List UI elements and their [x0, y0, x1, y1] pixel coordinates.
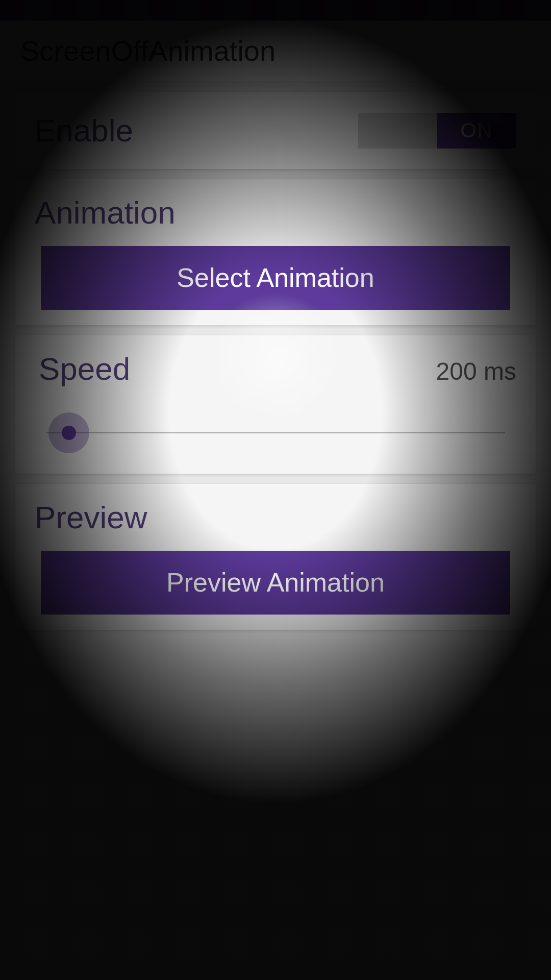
- select-animation-button[interactable]: Select Animation: [41, 246, 510, 310]
- enable-label: Enable: [35, 112, 133, 149]
- app-title: ScreenOffAnimation: [20, 34, 276, 67]
- speed-slider[interactable]: [46, 412, 505, 453]
- slider-thumb[interactable]: [48, 412, 89, 453]
- enable-row: Enable ON: [31, 107, 520, 154]
- speed-value: 200 ms: [436, 357, 516, 385]
- animation-title: Animation: [31, 194, 520, 231]
- enable-toggle[interactable]: ON: [358, 113, 516, 149]
- enable-toggle-state: ON: [437, 113, 516, 149]
- animation-card: Animation Select Animation: [15, 179, 536, 325]
- preview-card: Preview Preview Animation: [15, 484, 536, 630]
- speed-header: Speed 200 ms: [31, 351, 520, 402]
- status-bar: [0, 0, 551, 20]
- app-bar: ScreenOffAnimation: [0, 20, 551, 82]
- speed-card: Speed 200 ms: [15, 335, 536, 474]
- preview-animation-button[interactable]: Preview Animation: [41, 551, 510, 615]
- speed-title: Speed: [35, 351, 130, 387]
- preview-title: Preview: [31, 499, 520, 535]
- slider-track: [46, 432, 505, 433]
- enable-card: Enable ON: [15, 92, 536, 169]
